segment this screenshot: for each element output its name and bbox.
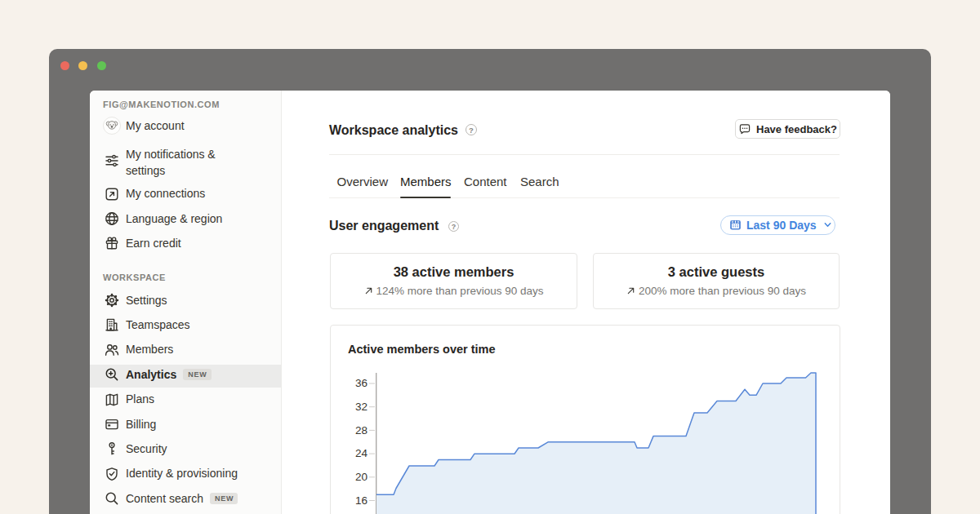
svg-text:24: 24 [355, 447, 368, 459]
svg-text:32: 32 [355, 401, 368, 413]
svg-text:28: 28 [355, 424, 368, 436]
svg-text:16: 16 [355, 494, 368, 507]
svg-text:36: 36 [355, 377, 368, 389]
svg-text:20: 20 [355, 471, 368, 483]
